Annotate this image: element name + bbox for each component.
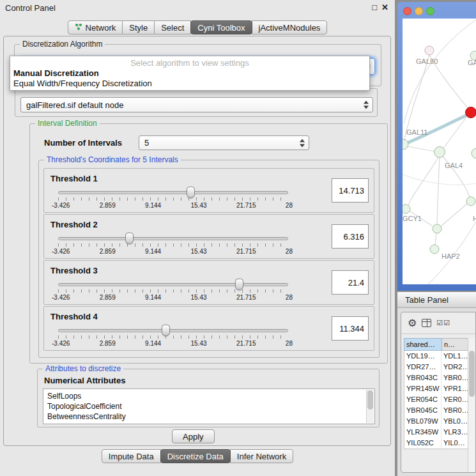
- node-gal11[interactable]: [403, 139, 408, 150]
- node-gcy1[interactable]: [403, 204, 410, 213]
- cell[interactable]: YDL19…: [404, 351, 441, 362]
- cell[interactable]: YER054C: [404, 394, 441, 405]
- cell[interactable]: YDL1…: [441, 351, 470, 362]
- dropdown-item-equal-width-frequency[interactable]: Equal Width/Frequency Discretization: [10, 79, 369, 89]
- threshold-2-value-field[interactable]: 6.316: [332, 224, 369, 249]
- scale-label: 15.43: [191, 294, 207, 301]
- columns-icon[interactable]: [422, 319, 431, 327]
- table-row[interactable]: YDR27… YDR2…: [404, 362, 470, 372]
- gear-icon[interactable]: ⚙: [408, 318, 417, 328]
- cell[interactable]: YBL0…: [441, 416, 470, 427]
- cell[interactable]: YLR3…: [441, 427, 470, 438]
- node[interactable]: [433, 224, 441, 233]
- cell[interactable]: YBR0…: [441, 405, 470, 416]
- cell[interactable]: YDR2…: [441, 362, 470, 372]
- number-of-intervals-combobox[interactable]: 5: [139, 135, 309, 150]
- column-header-name[interactable]: n…: [442, 338, 470, 351]
- apply-button[interactable]: Apply: [172, 429, 215, 443]
- table-row[interactable]: YER054C YER0…: [404, 394, 470, 405]
- scrollbar-thumb[interactable]: [469, 351, 475, 397]
- list-item[interactable]: BetweennessCentrality: [47, 411, 365, 422]
- slider-scale-labels: -3.426 2.859 9.144 15.43 21.715 28: [52, 202, 293, 209]
- node-gal80[interactable]: [425, 46, 434, 55]
- table-data-combobox[interactable]: galFiltered.sif default node: [20, 97, 373, 112]
- slider-track[interactable]: [58, 329, 288, 332]
- scale-label: -3.426: [52, 294, 70, 301]
- table-panel-titlebar[interactable]: Table Panel: [397, 291, 476, 308]
- close-icon[interactable]: ✕: [381, 3, 388, 12]
- tab-infer-network[interactable]: Infer Network: [230, 449, 293, 463]
- cell[interactable]: YBR045C: [404, 405, 441, 416]
- cell[interactable]: YLR345W: [404, 427, 441, 438]
- table-row[interactable]: YBR043C YBR0…: [404, 372, 470, 383]
- cell[interactable]: YIL052C: [404, 438, 441, 449]
- slider-track[interactable]: [58, 191, 288, 194]
- tab-discretize-data[interactable]: Discretize Data: [160, 449, 231, 463]
- threshold-1-value-field[interactable]: 14.713: [332, 178, 369, 203]
- tab-cyni-toolbox[interactable]: Cyni Toolbox: [190, 20, 252, 35]
- node-label: GAL4: [445, 162, 463, 169]
- table-row[interactable]: YIL052C YIL0…: [404, 438, 470, 449]
- threshold-3-slider[interactable]: -3.426 2.859 9.144 15.43 21.715 28: [58, 279, 288, 304]
- cell[interactable]: YDR27…: [404, 362, 441, 372]
- threshold-3-value-field[interactable]: 21.4: [332, 270, 369, 295]
- scale-label: 2.859: [100, 202, 116, 209]
- list-item[interactable]: SelfLoops: [47, 391, 365, 401]
- threshold-4-slider[interactable]: -3.426 2.859 9.144 15.43 21.715 28: [58, 325, 288, 350]
- tab-network[interactable]: Network: [68, 20, 123, 35]
- table-row[interactable]: YLR345W YLR3…: [404, 427, 470, 438]
- slider-scale-labels: -3.426 2.859 9.144 15.43 21.715 28: [52, 294, 293, 301]
- threshold-1-slider[interactable]: -3.426 2.859 9.144 15.43 21.715 28: [58, 187, 288, 212]
- threshold-4-value-field[interactable]: 11.344: [332, 316, 369, 341]
- slider-thumb[interactable]: [125, 233, 134, 244]
- slider-thumb[interactable]: [235, 279, 243, 290]
- tab-style[interactable]: Style: [122, 20, 155, 35]
- node[interactable]: [472, 148, 476, 158]
- cell[interactable]: YBR043C: [404, 372, 441, 383]
- float-window-icon[interactable]: □: [372, 3, 377, 12]
- slider-ticks: [58, 197, 288, 201]
- slider-thumb[interactable]: [187, 187, 195, 198]
- cell[interactable]: YIL0…: [441, 438, 470, 449]
- thresholds-group-title: Threshold's Coordinates for 5 Intervals: [44, 155, 181, 164]
- list-item[interactable]: TopologicalCoefficient: [47, 401, 365, 411]
- tab-impute-data[interactable]: Impute Data: [102, 449, 161, 463]
- cell[interactable]: YBR0…: [441, 372, 470, 383]
- cell[interactable]: YPR1…: [441, 383, 470, 394]
- tab-impute-data-label: Impute Data: [109, 452, 154, 461]
- scale-label: 28: [286, 248, 293, 255]
- column-header-shared-name[interactable]: shared…: [404, 338, 442, 351]
- node-gal4[interactable]: [434, 147, 445, 158]
- select-columns-checkbox-icon[interactable]: ☑☑: [436, 319, 450, 327]
- cell[interactable]: YER0…: [441, 394, 470, 405]
- dropdown-item-manual-discretization[interactable]: Manual Discretization: [10, 68, 369, 79]
- scrollbar-thumb[interactable]: [367, 390, 373, 410]
- node-selected-red[interactable]: [466, 107, 476, 118]
- minimize-traffic-light-icon[interactable]: [415, 7, 423, 15]
- list-scrollbar[interactable]: [366, 390, 374, 423]
- slider-track[interactable]: [58, 237, 288, 240]
- cell[interactable]: YPR145W: [404, 383, 441, 394]
- cell[interactable]: YBL079W: [404, 416, 441, 427]
- scale-label: 2.859: [100, 294, 116, 301]
- table-row[interactable]: YPR145W YPR1…: [404, 383, 470, 394]
- scale-label: 21.715: [236, 248, 256, 255]
- table-row[interactable]: YBR045C YBR0…: [404, 405, 470, 416]
- network-canvas[interactable]: GAL80 GA GAL11 GAL4 GCY1 H HAP2: [403, 19, 476, 284]
- table-row[interactable]: YDL19… YDL1…: [404, 351, 470, 362]
- slider-track[interactable]: [58, 283, 288, 286]
- dropdown-placeholder-item[interactable]: Select algorithm to view settings: [10, 58, 369, 68]
- table-scrollbar[interactable]: [468, 338, 475, 472]
- table-row[interactable]: YBL079W YBL0…: [404, 416, 470, 427]
- numerical-attributes-list[interactable]: SelfLoops TopologicalCoefficient Between…: [43, 388, 375, 424]
- threshold-2-slider[interactable]: -3.426 2.859 9.144 15.43 21.715 28: [58, 233, 288, 258]
- zoom-traffic-light-icon[interactable]: [426, 7, 434, 15]
- node-label: GAL80: [416, 58, 438, 65]
- tab-jactivemnodules[interactable]: jActiveMNodules: [252, 20, 328, 35]
- node-hap2[interactable]: [430, 245, 439, 254]
- slider-thumb[interactable]: [162, 325, 170, 336]
- node-label: GA: [468, 59, 476, 66]
- close-traffic-light-icon[interactable]: [403, 7, 411, 15]
- tab-select[interactable]: Select: [154, 20, 191, 35]
- node[interactable]: [466, 197, 475, 206]
